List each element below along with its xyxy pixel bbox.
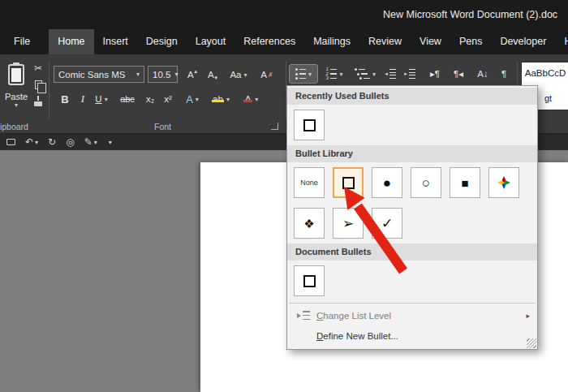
change-list-level-label: Change List Level: [316, 311, 391, 321]
tab-layout[interactable]: Layout: [187, 29, 235, 54]
tab-view[interactable]: View: [411, 29, 450, 54]
copy-icon[interactable]: [35, 80, 42, 89]
filled-square-icon: ■: [461, 177, 468, 189]
font-dialog-launcher-icon[interactable]: [271, 123, 278, 130]
bullets-button[interactable]: ▾: [290, 65, 317, 83]
group-divider: [49, 61, 49, 118]
sort-button[interactable]: A↓: [473, 65, 493, 83]
font-size-combobox[interactable]: 10.5 ▾: [148, 66, 178, 83]
multilevel-list-icon: [355, 68, 370, 80]
font-name-combobox[interactable]: Comic Sans MS ▾: [54, 66, 144, 83]
underline-label: U: [95, 94, 101, 104]
chevron-down-icon: ▾: [35, 139, 38, 146]
change-list-level-item[interactable]: Change List Level ▸: [287, 305, 537, 325]
submenu-arrow-icon: ▸: [526, 312, 530, 320]
tab-developer[interactable]: Developer: [491, 29, 555, 54]
rtl-icon: ¶◂: [454, 68, 463, 80]
bullet-option-filled-circle[interactable]: ●: [372, 167, 402, 198]
strikethrough-button[interactable]: abc: [115, 90, 140, 108]
undo-icon: ↶: [25, 136, 33, 148]
subscript-button[interactable]: x₂: [142, 90, 158, 108]
font-color-button[interactable]: A ▾: [239, 90, 263, 108]
italic-button[interactable]: I: [76, 90, 89, 108]
numbered-list-icon: 1 2 3: [325, 68, 337, 80]
bullet-library-header: Bullet Library: [287, 145, 537, 162]
format-painter-icon[interactable]: [34, 96, 42, 106]
chevron-down-icon: ▾: [196, 96, 199, 103]
change-case-button[interactable]: Aa ▾: [226, 66, 252, 84]
tab-review[interactable]: Review: [359, 29, 411, 54]
paste-button[interactable]: Paste ▾: [2, 61, 31, 121]
clear-formatting-button[interactable]: A ✗: [256, 66, 278, 84]
cut-icon[interactable]: ✂: [34, 62, 42, 74]
tab-references[interactable]: References: [235, 29, 304, 54]
chevron-down-icon: ▾: [170, 71, 178, 78]
pen-button[interactable]: ✎ ▾: [84, 136, 97, 148]
superscript-button[interactable]: x²: [160, 90, 176, 108]
font-color-label: A: [243, 94, 253, 104]
decrease-indent-icon: ◂: [385, 69, 396, 79]
bullet-option-recent-hollow-square[interactable]: [294, 110, 325, 140]
tab-insert[interactable]: Insert: [94, 29, 137, 54]
multilevel-list-button[interactable]: ▾: [351, 65, 379, 83]
circle-icon: ◎: [66, 136, 74, 148]
shrink-font-button[interactable]: A ▾: [204, 66, 222, 84]
bullet-option-filled-square[interactable]: ■: [450, 167, 480, 198]
grow-font-button[interactable]: A ▴: [183, 66, 201, 84]
bullet-option-rainbow[interactable]: [488, 167, 519, 198]
clear-x-icon: ✗: [268, 71, 273, 79]
bullet-option-four-diamonds[interactable]: ❖: [294, 208, 325, 239]
bullet-option-hollow-square[interactable]: [333, 167, 364, 198]
rainbow-bullet-icon: [497, 176, 510, 189]
circle-button[interactable]: ◎: [66, 136, 74, 148]
define-new-bullet-item[interactable]: Define New Bullet...: [287, 325, 537, 346]
customize-qat-button[interactable]: ▾: [107, 139, 112, 146]
shrink-font-label: A: [208, 70, 214, 80]
hollow-square-icon: [303, 275, 316, 287]
chevron-down-icon: ▾: [15, 101, 18, 109]
numbering-button[interactable]: 1 2 3 ▾: [321, 65, 348, 83]
tab-file[interactable]: File: [5, 29, 39, 54]
bold-button[interactable]: B: [57, 90, 73, 108]
word-window: New Microsoft Word Document (2).doc File…: [0, 0, 568, 392]
clear-formatting-label: A: [260, 70, 267, 80]
decrease-indent-button[interactable]: ◂: [381, 65, 399, 83]
chevron-down-icon: ▾: [226, 96, 230, 103]
right-to-left-button[interactable]: ¶◂: [448, 65, 469, 83]
underline-button[interactable]: U ▾: [91, 90, 112, 108]
style-sample-partial: gt: [544, 93, 552, 103]
menu-separator: [289, 303, 536, 304]
tab-mailings[interactable]: Mailings: [304, 29, 359, 54]
bullet-option-arrow[interactable]: ➢: [333, 208, 364, 239]
change-case-label: Aa: [230, 70, 241, 80]
bullet-option-none[interactable]: None: [294, 167, 325, 198]
pilcrow-icon: ¶: [501, 69, 506, 79]
bullet-option-checkmark[interactable]: ✓: [372, 208, 402, 239]
bullet-option-hollow-circle[interactable]: ○: [411, 167, 441, 198]
highlight-color-button[interactable]: ab ▾: [208, 90, 234, 108]
subscript-label: x₂: [146, 94, 154, 104]
font-color-swatch: [243, 100, 253, 103]
tab-home[interactable]: Home: [49, 29, 93, 54]
increase-indent-button[interactable]: ▸: [401, 65, 419, 83]
left-to-right-button[interactable]: ▸¶: [424, 65, 445, 83]
redo-button[interactable]: ↻: [48, 136, 56, 148]
tab-pens[interactable]: Pens: [450, 29, 492, 54]
ltr-icon: ▸¶: [430, 68, 440, 80]
resize-grip[interactable]: [527, 338, 536, 348]
tab-design[interactable]: Design: [137, 29, 187, 54]
bullet-option-document-hollow-square[interactable]: [294, 265, 325, 296]
strikethrough-label: abc: [120, 94, 135, 104]
hollow-square-icon: [303, 119, 316, 131]
window-icon[interactable]: [6, 139, 15, 145]
define-new-bullet-label: Define New Bullet...: [316, 331, 398, 341]
show-paragraph-marks-button[interactable]: ¶: [496, 65, 512, 83]
clipboard-group-label: Clipboard: [0, 122, 28, 131]
text-effects-label: A: [186, 93, 193, 106]
superscript-label: x²: [164, 94, 172, 104]
undo-button[interactable]: ↶ ▾: [25, 136, 38, 148]
tab-help[interactable]: Help: [555, 29, 568, 54]
chevron-down-icon: ▾: [109, 139, 112, 146]
caret-down-icon: ▾: [215, 75, 218, 81]
text-effects-button[interactable]: A ▾: [182, 90, 203, 108]
